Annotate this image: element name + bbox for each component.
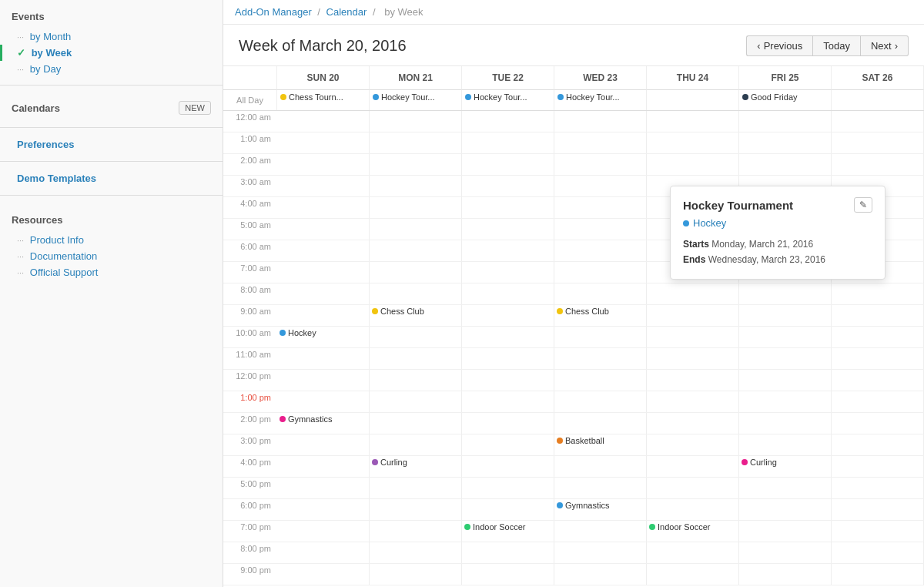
cell-wed[interactable] xyxy=(554,564,647,585)
cell-sun[interactable] xyxy=(277,542,370,563)
cell-thu[interactable] xyxy=(647,327,739,347)
cell-thu[interactable] xyxy=(647,154,739,175)
cell-thu[interactable] xyxy=(647,434,739,455)
cell-wed[interactable] xyxy=(554,327,647,347)
cell-tue[interactable] xyxy=(462,219,554,240)
cell-tue[interactable] xyxy=(462,348,554,369)
cell-wed[interactable]: Basketball xyxy=(554,434,647,455)
cell-sun[interactable] xyxy=(277,348,370,369)
cell-thu[interactable] xyxy=(647,348,739,369)
cell-tue[interactable] xyxy=(462,434,554,455)
cell-sun[interactable] xyxy=(277,262,370,283)
cell-sun[interactable] xyxy=(277,478,370,498)
cell-sat[interactable] xyxy=(832,327,924,347)
cell-wed[interactable]: Gymnastics xyxy=(554,499,647,520)
cell-fri[interactable] xyxy=(739,305,832,326)
sidebar-official-support-link[interactable]: ··· Official Support xyxy=(0,264,223,280)
cell-sun[interactable] xyxy=(277,305,370,326)
cell-mon[interactable] xyxy=(370,413,462,434)
cell-thu[interactable] xyxy=(647,478,739,498)
cell-sat[interactable] xyxy=(832,132,924,153)
event-curling-mon[interactable]: Curling xyxy=(372,458,407,467)
next-button[interactable]: Next › xyxy=(861,35,909,56)
cell-thu[interactable] xyxy=(647,499,739,520)
cell-sat[interactable] xyxy=(832,456,924,477)
cell-tue[interactable] xyxy=(462,478,554,498)
cell-mon[interactable] xyxy=(370,434,462,455)
cell-wed[interactable] xyxy=(554,197,647,218)
allday-event-wed[interactable]: Hockey Tour... xyxy=(557,92,620,102)
cell-mon[interactable] xyxy=(370,391,462,412)
cell-mon[interactable] xyxy=(370,283,462,304)
cell-thu[interactable] xyxy=(647,391,739,412)
cell-sun[interactable] xyxy=(277,240,370,261)
cell-tue[interactable] xyxy=(462,132,554,153)
cell-fri[interactable] xyxy=(739,327,832,347)
cell-sun[interactable] xyxy=(277,154,370,175)
cell-sun[interactable] xyxy=(277,391,370,412)
cell-fri[interactable] xyxy=(739,391,832,412)
cell-sat[interactable] xyxy=(832,542,924,563)
cell-tue[interactable] xyxy=(462,154,554,175)
cell-wed[interactable] xyxy=(554,154,647,175)
cell-tue[interactable] xyxy=(462,327,554,347)
allday-event-fri[interactable]: Good Friday xyxy=(742,92,798,102)
cell-sun[interactable] xyxy=(277,370,370,391)
cell-mon[interactable] xyxy=(370,219,462,240)
cell-sat[interactable] xyxy=(832,111,924,132)
event-gymnastics-wed[interactable]: Gymnastics xyxy=(557,501,609,510)
cell-sat[interactable] xyxy=(832,370,924,391)
allday-event-tue[interactable]: Hockey Tour... xyxy=(465,92,527,102)
cell-tue[interactable] xyxy=(462,283,554,304)
cell-thu[interactable] xyxy=(647,283,739,304)
allday-cell-tue[interactable]: Hockey Tour... xyxy=(462,90,554,110)
event-indoor-soccer-tue[interactable]: Indoor Soccer xyxy=(464,522,525,532)
cell-tue[interactable] xyxy=(462,391,554,412)
breadcrumb-calendar[interactable]: Calendar xyxy=(326,6,367,18)
cell-mon[interactable] xyxy=(370,262,462,283)
cell-sat[interactable] xyxy=(832,154,924,175)
new-calendar-button[interactable]: NEW xyxy=(179,101,211,115)
cell-tue[interactable] xyxy=(462,176,554,196)
cell-mon[interactable] xyxy=(370,564,462,585)
cell-mon[interactable] xyxy=(370,132,462,153)
allday-cell-sun[interactable]: Chess Tourn... xyxy=(277,90,370,110)
cell-sat[interactable] xyxy=(832,478,924,498)
cell-tue[interactable] xyxy=(462,305,554,326)
sidebar-preferences-link[interactable]: Preferences xyxy=(0,136,223,153)
cell-tue[interactable] xyxy=(462,370,554,391)
cell-fri[interactable] xyxy=(739,370,832,391)
cell-sun[interactable] xyxy=(277,176,370,196)
cell-wed[interactable] xyxy=(554,521,647,542)
cell-thu[interactable]: Indoor Soccer xyxy=(647,521,739,542)
cell-wed[interactable] xyxy=(554,219,647,240)
cell-mon[interactable] xyxy=(370,348,462,369)
cell-tue[interactable] xyxy=(462,413,554,434)
cell-mon[interactable] xyxy=(370,327,462,347)
sidebar-link-by-day[interactable]: ··· by Day xyxy=(0,61,223,77)
cell-sat[interactable] xyxy=(832,305,924,326)
cell-sun[interactable] xyxy=(277,219,370,240)
cell-tue[interactable] xyxy=(462,499,554,520)
cell-sat[interactable] xyxy=(832,564,924,585)
cell-sun[interactable] xyxy=(277,197,370,218)
cell-mon[interactable] xyxy=(370,111,462,132)
cell-sun[interactable] xyxy=(277,283,370,304)
cell-wed[interactable] xyxy=(554,348,647,369)
sidebar-link-by-month[interactable]: ··· by Month xyxy=(0,29,223,45)
cell-thu[interactable] xyxy=(647,542,739,563)
cell-wed[interactable] xyxy=(554,478,647,498)
allday-cell-mon[interactable]: Hockey Tour... xyxy=(370,90,462,110)
cell-sat[interactable] xyxy=(832,391,924,412)
event-hockey-sun[interactable]: Hockey xyxy=(280,328,316,337)
sidebar-product-info-link[interactable]: ··· Product Info xyxy=(0,232,223,248)
event-basketball-wed[interactable]: Basketball xyxy=(557,436,604,445)
cell-tue[interactable] xyxy=(462,564,554,585)
cell-wed[interactable] xyxy=(554,542,647,563)
cell-fri[interactable] xyxy=(739,132,832,153)
cell-thu[interactable] xyxy=(647,111,739,132)
cell-sun[interactable]: Hockey xyxy=(277,327,370,347)
event-indoor-soccer-thu[interactable]: Indoor Soccer xyxy=(649,522,710,532)
cell-mon[interactable] xyxy=(370,521,462,542)
cell-sat[interactable] xyxy=(832,434,924,455)
